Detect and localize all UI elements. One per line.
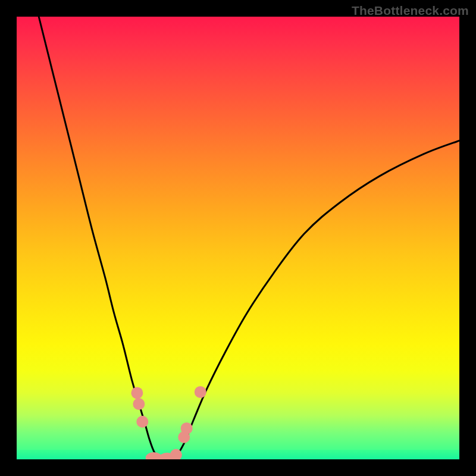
watermark-text: TheBottleneck.com [352, 4, 469, 18]
data-marker [181, 422, 193, 434]
data-marker [133, 398, 145, 410]
curve-layer [17, 17, 459, 459]
data-marker [131, 387, 143, 399]
plot-area [17, 17, 459, 459]
data-marker [136, 416, 148, 428]
chart-frame: TheBottleneck.com [0, 0, 476, 476]
data-marker [195, 386, 206, 398]
bottleneck-curve-right-branch [176, 140, 459, 458]
